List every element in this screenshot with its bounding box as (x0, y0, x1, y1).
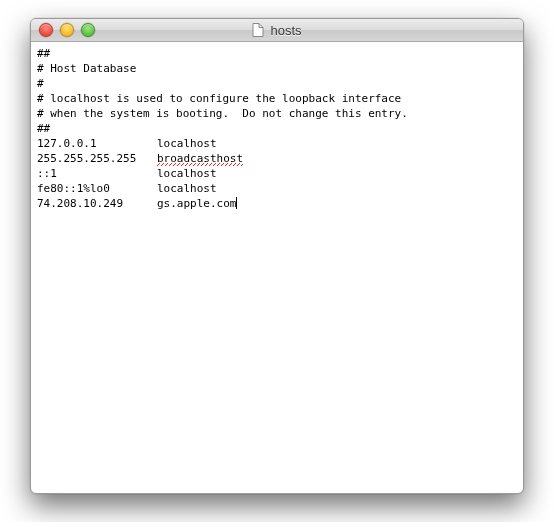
titlebar[interactable]: hosts (31, 19, 523, 42)
document-icon (252, 23, 264, 37)
text-line: ## (37, 122, 50, 135)
host-entry: fe80::1%lo0localhost (37, 182, 217, 195)
host-ip: fe80::1%lo0 (37, 181, 157, 196)
host-entry: ::1localhost (37, 167, 217, 180)
text-line: # when the system is booting. Do not cha… (37, 107, 408, 120)
host-name: broadcasthost (157, 152, 243, 166)
window-title: hosts (270, 23, 301, 38)
zoom-icon[interactable] (81, 23, 95, 37)
host-entry: 74.208.10.249gs.apple.com (37, 197, 237, 210)
host-ip: 127.0.0.1 (37, 136, 157, 151)
text-line: # (37, 77, 44, 90)
host-name: gs.apple.com (157, 197, 236, 210)
minimize-icon[interactable] (60, 23, 74, 37)
title-group: hosts (31, 23, 523, 38)
host-ip: 255.255.255.255 (37, 151, 157, 166)
text-cursor-icon (236, 197, 237, 209)
host-ip: ::1 (37, 166, 157, 181)
host-name: localhost (157, 137, 217, 150)
host-name: localhost (157, 182, 217, 195)
window-controls (31, 23, 95, 37)
host-entry: 255.255.255.255broadcasthost (37, 152, 243, 165)
text-line: # Host Database (37, 62, 136, 75)
text-line: # localhost is used to configure the loo… (37, 92, 401, 105)
host-entry: 127.0.0.1localhost (37, 137, 217, 150)
close-icon[interactable] (39, 23, 53, 37)
host-ip: 74.208.10.249 (37, 196, 157, 211)
editor-window: hosts ## # Host Database # # localhost i… (30, 18, 524, 494)
host-name: localhost (157, 167, 217, 180)
text-line: ## (37, 47, 50, 60)
text-area[interactable]: ## # Host Database # # localhost is used… (31, 42, 523, 215)
